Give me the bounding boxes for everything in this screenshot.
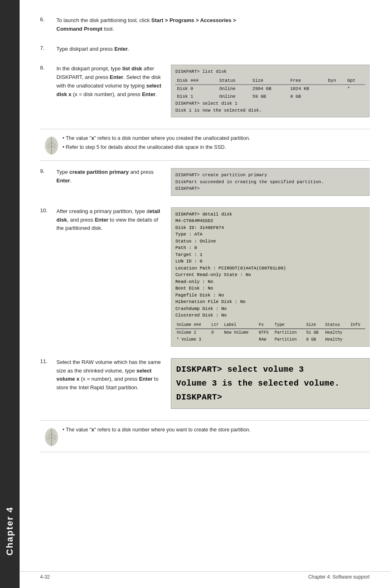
vol2-num: Volume 2 <box>175 329 210 336</box>
disk1-status: Online <box>218 93 251 101</box>
step-10-text: After creating a primary partition, type… <box>56 207 163 233</box>
step10-page: Pagefile Disk : No <box>175 292 365 299</box>
step-9-number: 9. <box>40 168 56 174</box>
disk-table: Disk ### Status Size Free Dyn Gpt <box>175 77 365 101</box>
note-2-icon <box>40 426 63 447</box>
vcol-ltr: Ltr <box>210 321 223 329</box>
step-11-text: Select the RAW volume which has the same… <box>56 358 163 392</box>
vol2-fs: NTFS <box>258 329 273 336</box>
disk0-size: 2994 GB <box>251 85 289 93</box>
step-10-number: 10. <box>40 207 56 213</box>
note-1-bullet-1: The value "x" refers to a disk number wh… <box>63 134 370 143</box>
step-9-text: Type create partition primary and press … <box>56 168 163 185</box>
disk0-free: 1024 KB <box>289 85 326 93</box>
step-11-content: Select the RAW volume which has the same… <box>56 358 370 409</box>
col-gpt: Gpt <box>346 77 365 85</box>
vcol-type: Type <box>273 321 305 329</box>
step9-line1: DISKPART> create partition primary <box>175 172 365 179</box>
footer-page-num: 4-32 <box>40 574 50 580</box>
note-2: The value "x" refers to a disk number wh… <box>40 420 370 452</box>
step-10-terminal: DISKPART> detail disk M4-CT064M4SSD2 Dis… <box>171 207 370 347</box>
step10-cluster: Clustered Disk : No <box>175 312 365 319</box>
note-1: The value "x" refers to a disk number wh… <box>40 129 370 161</box>
step10-path: Path : 0 <box>175 245 365 251</box>
vol2-info <box>349 329 365 336</box>
col-free: Free <box>289 77 326 85</box>
step-7: 7. Type diskpart and press Enter. <box>40 45 370 54</box>
vol2-status: Healthy <box>324 329 349 336</box>
vol3-status: Healthy <box>324 336 349 343</box>
step-8-content: In the diskpart prompt, type list disk a… <box>56 65 370 117</box>
terminal-line1: DISKPART> list disk <box>175 68 365 75</box>
step-8: 8. In the diskpart prompt, type list dis… <box>40 65 370 117</box>
col-disk: Disk ### <box>175 77 218 85</box>
leaf-icon-2 <box>43 427 60 447</box>
col-size: Size <box>251 77 289 85</box>
vcol-size: Size <box>305 321 324 329</box>
vol3-fs: RAW <box>258 336 273 343</box>
note-2-text: The value "x" refers to a disk number wh… <box>63 426 370 434</box>
step10-line1: DISKPART> detail disk <box>175 211 365 218</box>
vol2-type: Partition <box>273 329 305 336</box>
col-dyn: Dyn <box>326 77 345 85</box>
step-11-terminal: DISKPART> select volume 3 Volume 3 is th… <box>171 358 370 409</box>
vcol-status: Status <box>324 321 349 329</box>
step-10: 10. After creating a primary partition, … <box>40 207 370 347</box>
note-2-bullet-1: The value "x" refers to a disk number wh… <box>63 426 370 434</box>
volume-table: Volume ### Ltr Label Fs Type Size Status… <box>175 321 365 343</box>
step-8-number: 8. <box>40 65 56 71</box>
vol3-size: 8 GB <box>305 336 324 343</box>
step-6-content: To launch the disk partitioning tool, cl… <box>56 16 370 34</box>
step-9: 9. Type create partition primary and pre… <box>40 168 370 196</box>
disk-row-1: Disk 1 Online 59 GB 8 GB <box>175 93 365 101</box>
step10-hibernate: Hibernation File Disk : No <box>175 298 365 305</box>
step10-lun: LUN ID : 0 <box>175 258 365 265</box>
step-9-terminal: DISKPART> create partition primary DiskP… <box>171 168 370 196</box>
terminal-line2: DISKPART> select disk 1 <box>175 100 365 107</box>
step-10-image: DISKPART> detail disk M4-CT064M4SSD2 Dis… <box>171 207 370 347</box>
step10-crash: Crashdump Disk : No <box>175 305 365 312</box>
page-wrapper: Chapter 4 6. To launch the disk partitio… <box>0 0 390 588</box>
step11-line1: DISKPART> select volume 3 <box>176 363 364 377</box>
disk0-gpt: * <box>346 85 365 93</box>
step10-type: Type : ATA <box>175 231 365 238</box>
vol2-ltr: D <box>210 329 223 336</box>
note-1-text: The value "x" refers to a disk number wh… <box>63 134 370 152</box>
main-content: 6. To launch the disk partitioning tool,… <box>20 0 390 588</box>
disk0-status: Online <box>218 85 251 93</box>
step-11: 11. Select the RAW volume which has the … <box>40 358 370 409</box>
disk1-gpt <box>346 93 365 101</box>
step-7-content: Type diskpart and press Enter. <box>56 45 370 54</box>
vol3-info <box>349 336 365 343</box>
vol2-label: New Volume <box>223 329 258 336</box>
step10-disk-id-num: Disk ID: 3146EF874 <box>175 224 365 231</box>
vcol-label: Label <box>223 321 258 329</box>
col-status: Status <box>218 77 251 85</box>
step-10-content: After creating a primary partition, type… <box>56 207 370 347</box>
step-8-terminal: DISKPART> list disk Disk ### Status Size… <box>171 65 370 117</box>
vol-row-2: Volume 2 D New Volume NTFS Partition 51 … <box>175 329 365 336</box>
step10-location: Location Path : PCIROOT(0)#ATA(C00T01L00… <box>175 265 365 272</box>
vol2-size: 51 GB <box>305 329 324 336</box>
terminal-line3: Disk 1 is now the selected disk. <box>175 107 365 114</box>
vcol-info: Info <box>349 321 365 329</box>
step10-readonly: Read-only : No <box>175 278 365 285</box>
step9-line3: DISKPART> <box>175 185 365 192</box>
disk0-name: Disk 0 <box>175 85 218 93</box>
vcol-fs: Fs <box>258 321 273 329</box>
disk0-dyn <box>326 85 345 93</box>
disk1-dyn <box>326 93 345 101</box>
step-6-number: 6. <box>40 16 56 22</box>
footer-chapter-title: Chapter 4: Software support <box>308 574 370 580</box>
vcol-num: Volume ### <box>175 321 210 329</box>
step9-line2: DiskPart succeeded in creating the speci… <box>175 179 365 186</box>
note-1-icon <box>40 134 63 155</box>
vol-row-3: * Volume 3 RAW Partition 8 GB Healthy <box>175 336 365 343</box>
footer: 4-32 Chapter 4: Software support <box>20 571 390 580</box>
step-8-image: DISKPART> list disk Disk ### Status Size… <box>171 65 370 117</box>
step11-line3: DISKPART> <box>176 391 364 404</box>
step-9-image: DISKPART> create partition primary DiskP… <box>171 168 370 196</box>
vol3-type: Partition <box>273 336 305 343</box>
step-7-number: 7. <box>40 45 56 51</box>
leaf-icon <box>43 136 60 155</box>
